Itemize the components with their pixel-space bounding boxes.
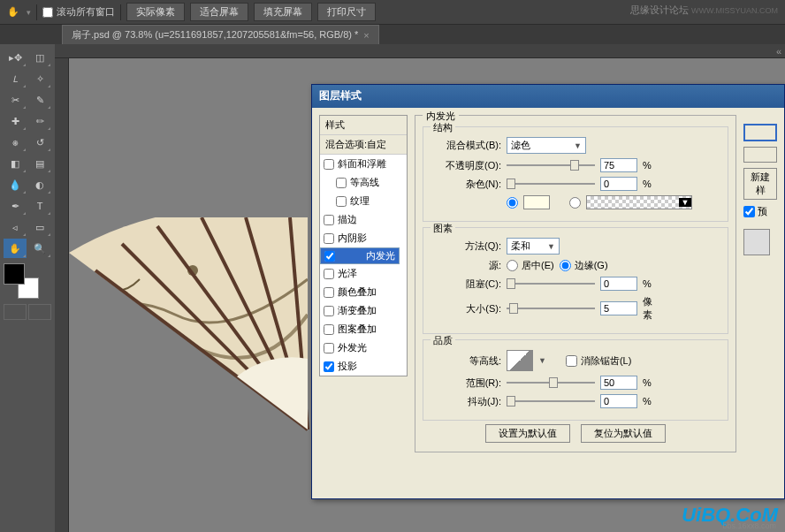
- style-checkbox[interactable]: [324, 215, 334, 225]
- gradient-radio[interactable]: [569, 197, 581, 209]
- style-item-1[interactable]: 等高线: [320, 173, 407, 192]
- fit-screen-button[interactable]: 适合屏幕: [190, 3, 248, 21]
- chevron-down-icon[interactable]: ▼: [538, 356, 546, 365]
- eraser-tool[interactable]: ◧: [4, 154, 27, 173]
- chevron-down-icon: ▼: [547, 242, 555, 251]
- style-checkbox[interactable]: [336, 178, 347, 188]
- eyedropper-tool[interactable]: ✎: [28, 90, 51, 110]
- stamp-tool[interactable]: ⎈: [4, 133, 27, 152]
- foreground-swatch[interactable]: [4, 263, 25, 285]
- contour-picker[interactable]: [507, 350, 533, 371]
- quickmask-mode-button[interactable]: [28, 304, 51, 320]
- jitter-slider[interactable]: [507, 395, 595, 407]
- crop-tool[interactable]: ✂: [4, 90, 27, 110]
- quality-group: 品质 等高线: ▼ 消除锯齿(L) 范围(R): %: [423, 339, 728, 421]
- style-checkbox[interactable]: [324, 287, 334, 298]
- source-center-radio[interactable]: 居中(E): [507, 259, 554, 272]
- blend-options-header[interactable]: 混合选项:自定: [320, 135, 407, 155]
- style-checkbox[interactable]: [324, 159, 334, 170]
- antialias-checkbox[interactable]: 消除锯齿(L): [566, 354, 631, 368]
- new-style-button[interactable]: 新建样: [743, 168, 777, 200]
- dodge-tool[interactable]: ◐: [28, 175, 51, 194]
- style-checkbox[interactable]: [324, 233, 334, 244]
- healing-tool[interactable]: ✚: [4, 111, 27, 131]
- dropdown-arrow-icon[interactable]: ▾: [27, 8, 31, 17]
- magic-wand-tool[interactable]: ✧: [28, 69, 51, 88]
- noise-input[interactable]: [600, 177, 637, 191]
- standard-mode-button[interactable]: [4, 304, 27, 320]
- color-swatches[interactable]: [4, 263, 39, 299]
- style-item-11[interactable]: 投影: [320, 357, 407, 376]
- cancel-button[interactable]: [743, 147, 777, 163]
- style-header[interactable]: 样式: [320, 116, 407, 135]
- panel-collapse-icon[interactable]: «: [776, 46, 781, 57]
- close-tab-icon[interactable]: ×: [363, 30, 369, 41]
- zoom-tool[interactable]: 🔍: [28, 239, 51, 258]
- actual-pixels-button[interactable]: 实际像素: [126, 3, 185, 21]
- glow-color-swatch[interactable]: [523, 195, 550, 209]
- style-item-0[interactable]: 斜面和浮雕: [320, 155, 407, 173]
- opacity-input[interactable]: [600, 158, 637, 172]
- inner-glow-fieldset: 内发光 结构 混合模式(B): 滤色▼ 不透明度(O): % 杂色(N):: [415, 115, 736, 452]
- style-label: 等高线: [350, 176, 379, 189]
- style-label: 光泽: [338, 267, 357, 280]
- lasso-tool[interactable]: 𝘓: [4, 69, 27, 88]
- style-checkbox[interactable]: [324, 251, 335, 262]
- gradient-swatch[interactable]: ▼: [586, 195, 692, 209]
- style-label: 图案叠加: [338, 323, 377, 336]
- range-slider[interactable]: [507, 376, 595, 389]
- range-input[interactable]: [600, 376, 637, 390]
- size-slider[interactable]: [507, 302, 595, 315]
- noise-slider[interactable]: [507, 178, 595, 190]
- gradient-tool[interactable]: ▤: [28, 154, 51, 173]
- shape-tool[interactable]: ▭: [28, 217, 51, 237]
- preview-checkbox[interactable]: 预: [743, 205, 777, 218]
- marquee-tool[interactable]: ◫: [28, 48, 51, 67]
- style-item-6[interactable]: 光泽: [320, 264, 407, 283]
- style-checkbox[interactable]: [324, 269, 334, 279]
- style-item-2[interactable]: 纹理: [320, 192, 407, 210]
- style-item-9[interactable]: 图案叠加: [320, 320, 407, 338]
- scroll-all-input[interactable]: [42, 7, 53, 18]
- technique-select[interactable]: 柔和▼: [507, 238, 560, 255]
- choke-slider[interactable]: [507, 277, 595, 290]
- brush-tool[interactable]: ✏: [28, 111, 51, 131]
- blur-tool[interactable]: 💧: [4, 175, 27, 194]
- style-label: 外发光: [338, 341, 367, 354]
- ok-button[interactable]: [743, 124, 777, 141]
- dialog-title[interactable]: 图层样式: [312, 85, 784, 108]
- style-checkbox[interactable]: [324, 361, 334, 372]
- print-size-button[interactable]: 打印尺寸: [317, 3, 376, 21]
- source-edge-radio[interactable]: 边缘(G): [560, 259, 608, 272]
- style-checkbox[interactable]: [324, 324, 334, 335]
- chevron-down-icon: ▼: [679, 198, 691, 207]
- blend-mode-select[interactable]: 滤色▼: [507, 137, 586, 154]
- style-item-7[interactable]: 颜色叠加: [320, 283, 407, 301]
- style-checkbox[interactable]: [324, 306, 334, 316]
- make-default-button[interactable]: 设置为默认值: [485, 424, 570, 443]
- style-checkbox[interactable]: [324, 343, 334, 353]
- pen-tool[interactable]: ✒: [4, 196, 27, 216]
- type-tool[interactable]: T: [28, 196, 51, 216]
- move-tool[interactable]: ▸✥: [4, 48, 27, 67]
- style-item-5[interactable]: 内发光: [320, 247, 400, 264]
- history-brush-tool[interactable]: ↺: [28, 133, 51, 152]
- scroll-all-checkbox[interactable]: 滚动所有窗口: [42, 5, 115, 19]
- fill-screen-button[interactable]: 填充屏幕: [254, 3, 312, 21]
- document-tab[interactable]: 扇子.psd @ 73.8% (u=2511691857,1207205581&…: [62, 25, 379, 44]
- style-checkbox[interactable]: [336, 196, 347, 207]
- opacity-slider[interactable]: [507, 159, 595, 171]
- path-select-tool[interactable]: ◃: [4, 217, 27, 237]
- reset-default-button[interactable]: 复位为默认值: [581, 424, 666, 443]
- size-input[interactable]: [600, 301, 637, 315]
- source-label: 源:: [431, 259, 501, 272]
- style-item-4[interactable]: 内阴影: [320, 229, 407, 247]
- solid-color-radio[interactable]: [507, 197, 518, 209]
- choke-input[interactable]: [600, 277, 637, 291]
- jitter-input[interactable]: [600, 394, 637, 408]
- style-item-10[interactable]: 外发光: [320, 338, 407, 357]
- hand-tool[interactable]: ✋: [4, 239, 27, 258]
- style-item-8[interactable]: 渐变叠加: [320, 301, 407, 320]
- options-bar: ✋ ▾ 滚动所有窗口 实际像素 适合屏幕 填充屏幕 打印尺寸 思缘设计论坛 WW…: [0, 0, 785, 25]
- style-item-3[interactable]: 描边: [320, 210, 407, 229]
